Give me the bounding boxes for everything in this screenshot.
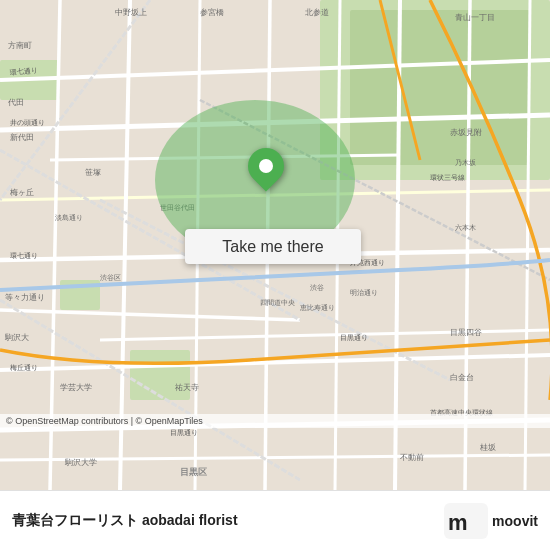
svg-text:等々力通り: 等々力通り — [5, 293, 45, 302]
svg-text:中野坂上: 中野坂上 — [115, 8, 147, 17]
footer-text: 青葉台フローリスト aobadai florist — [12, 511, 444, 531]
svg-text:桂坂: 桂坂 — [479, 443, 496, 452]
moovit-logo: m moovit — [444, 503, 538, 539]
svg-text:目黒通り: 目黒通り — [170, 429, 198, 437]
svg-text:環状三号線: 環状三号線 — [430, 174, 465, 181]
moovit-logo-svg: m — [444, 503, 488, 539]
svg-text:井の頭通り: 井の頭通り — [10, 119, 45, 127]
pin-inner — [259, 159, 273, 173]
svg-text:梅丘通り: 梅丘通り — [9, 364, 38, 372]
pin-circle — [241, 141, 292, 192]
footer: 青葉台フローリスト aobadai florist m moovit — [0, 490, 550, 550]
svg-text:乃木坂: 乃木坂 — [455, 159, 476, 166]
svg-rect-5 — [130, 350, 190, 400]
svg-text:恵比寿通り: 恵比寿通り — [299, 304, 335, 312]
svg-text:方南町: 方南町 — [8, 41, 32, 50]
svg-text:青山一丁目: 青山一丁目 — [455, 13, 495, 22]
svg-text:渋谷区: 渋谷区 — [100, 274, 121, 281]
svg-text:目黒通り: 目黒通り — [340, 334, 368, 342]
map-attribution: © OpenStreetMap contributors | © OpenMap… — [0, 414, 550, 428]
svg-text:参宮橋: 参宮橋 — [200, 8, 224, 17]
map-pin — [248, 148, 284, 192]
svg-text:笹塚: 笹塚 — [85, 168, 101, 177]
svg-text:四間道中央: 四間道中央 — [260, 299, 295, 306]
svg-text:北参道: 北参道 — [305, 8, 329, 17]
map-container: 環七通り 井の頭通り 環七通り 梅丘通り 目黒通り 目黒通り 外苑西通り 環状三… — [0, 0, 550, 490]
svg-text:目黒区: 目黒区 — [180, 467, 207, 477]
take-me-there-button[interactable]: Take me there — [185, 229, 361, 264]
svg-text:祐天寺: 祐天寺 — [175, 383, 199, 392]
moovit-text: moovit — [492, 513, 538, 529]
place-name: 青葉台フローリスト aobadai florist — [12, 511, 444, 531]
svg-text:学芸大学: 学芸大学 — [60, 383, 92, 392]
svg-text:新代田: 新代田 — [10, 133, 34, 142]
svg-text:明治通り: 明治通り — [350, 289, 378, 297]
svg-text:淡島通り: 淡島通り — [55, 214, 83, 222]
svg-text:m: m — [448, 510, 468, 535]
svg-text:代田: 代田 — [7, 98, 24, 107]
svg-text:駒沢大: 駒沢大 — [4, 333, 29, 342]
svg-text:白金台: 白金台 — [450, 373, 474, 382]
svg-text:駒沢大学: 駒沢大学 — [64, 458, 97, 467]
svg-text:目黒四谷: 目黒四谷 — [450, 328, 482, 337]
svg-text:環七通り: 環七通り — [10, 252, 38, 260]
svg-text:梅ヶ丘: 梅ヶ丘 — [9, 188, 34, 197]
svg-text:六本木: 六本木 — [455, 224, 476, 231]
svg-text:渋谷: 渋谷 — [310, 284, 324, 291]
svg-text:不動前: 不動前 — [400, 453, 424, 462]
svg-text:赤坂見附: 赤坂見附 — [450, 128, 482, 137]
svg-rect-2 — [350, 10, 530, 165]
